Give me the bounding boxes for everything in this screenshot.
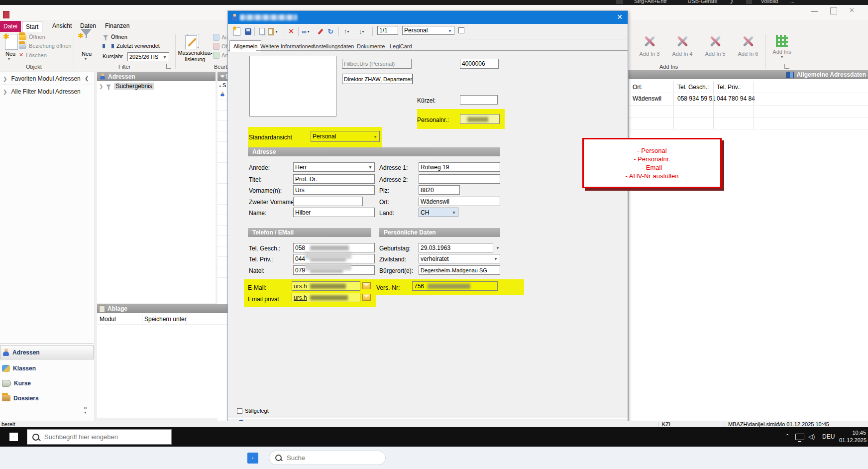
open-button[interactable]: Öffnen <box>19 34 45 40</box>
filter-open-button[interactable]: Öffnen <box>103 34 127 40</box>
sidebar-collapse-button[interactable]: ❮ <box>85 76 89 81</box>
volume-icon[interactable]: ◁) <box>808 433 815 440</box>
titel-label: Titel: <box>249 176 262 183</box>
new-object-button[interactable]: ✱ Neu ▾ <box>3 34 20 59</box>
delete-button[interactable]: ✕ Löschen <box>19 52 47 58</box>
start-button-win11[interactable] <box>247 453 258 464</box>
email-send-button[interactable] <box>362 282 371 289</box>
addin4-button[interactable]: Add In 4 <box>668 34 697 65</box>
new-record-button[interactable]: ✱ <box>232 26 242 36</box>
ablage-col-modul[interactable]: Modul <box>100 316 116 323</box>
sidebar-item-adressen[interactable]: Adressen <box>0 345 94 359</box>
search-input[interactable] <box>43 433 160 441</box>
tab-start[interactable]: Start <box>22 21 42 32</box>
dialog-titlebar[interactable]: ✕ <box>228 11 628 24</box>
stillgelegt-checkbox[interactable] <box>237 408 242 414</box>
note-line: - Email <box>584 163 720 172</box>
tray-chevron-icon[interactable]: ⌃ <box>785 433 789 439</box>
start-button-win10[interactable] <box>0 427 27 447</box>
kuerzel-label: Kürzel: <box>417 97 435 104</box>
taskbar-search-box[interactable] <box>27 429 172 445</box>
plz-field[interactable]: 8820 <box>419 185 460 195</box>
tel-gesch-field[interactable]: 058 <box>293 243 375 252</box>
email-field[interactable]: urs.h <box>292 281 360 291</box>
navigate-down-button[interactable]: ↓▾ <box>356 26 366 36</box>
addin4-icon <box>675 34 690 49</box>
addins-menu-button[interactable]: Add Ins ▾ <box>769 34 794 69</box>
paste-button[interactable]: ▾ <box>268 26 278 36</box>
email-privat-send-button[interactable] <box>362 294 371 301</box>
adresse2-field[interactable] <box>419 174 500 184</box>
zivilstand-select[interactable]: verheiratet <box>419 254 500 263</box>
search-pill[interactable] <box>269 451 386 465</box>
link-button[interactable]: ∞▾ <box>301 26 311 36</box>
tab-datei[interactable]: Datei <box>0 21 21 32</box>
titel-field[interactable]: Prof. Dr. <box>293 174 375 184</box>
ctrl-alt-del-button[interactable]: Strg+Alt+Entf <box>616 0 666 4</box>
tab-ansicht[interactable]: Ansicht <box>49 21 75 31</box>
kursjahr-select[interactable]: 2025/26 HS <box>127 52 169 61</box>
sidebar-item-all-filters[interactable]: ❯ Alle Filter Modul Adressen <box>3 88 81 95</box>
language-indicator[interactable]: DEU <box>822 433 835 440</box>
pin-button[interactable] <box>316 26 326 36</box>
addin6-button[interactable]: Add In 6 <box>734 34 762 65</box>
sidebar-item-kurse[interactable]: Kurse <box>0 376 94 390</box>
navigate-up-button[interactable]: ↑▾ <box>341 26 351 36</box>
val-tel-priv[interactable]: 044 780 94 84 <box>717 95 755 102</box>
toolbar-checkbox[interactable] <box>458 27 464 33</box>
ort-field[interactable]: Wädenswil <box>419 197 500 206</box>
sidebar-item-dossiers[interactable]: Dossiers <box>0 391 94 405</box>
anrede-select[interactable]: Herr <box>293 162 375 172</box>
new-filter-button[interactable]: ✱ Neu ▾ <box>79 34 99 59</box>
name-field[interactable]: Hilber <box>293 208 375 217</box>
email-privat-field[interactable]: urs.h <box>292 293 360 302</box>
filter-dialog-launcher[interactable] <box>166 64 171 69</box>
kuerzel-field[interactable] <box>460 95 498 105</box>
tab-finanzen[interactable]: Finanzen <box>102 21 133 31</box>
network-icon[interactable] <box>795 434 804 440</box>
standardansicht-select[interactable]: Personal <box>311 131 380 142</box>
stillgelegt-label: Stillgelegt <box>245 408 269 414</box>
versnr-field[interactable]: 756 <box>412 281 498 291</box>
fullscreen-button[interactable]: Vollbild <box>746 0 778 4</box>
addin5-button[interactable]: Add In 5 <box>701 34 730 65</box>
geburtstag-dropdown-button[interactable]: ▾ <box>495 243 501 252</box>
open-relation-button[interactable]: Beziehung öffnen <box>19 43 71 49</box>
mass-update-button[interactable]: Massenaktua- lisierung <box>180 33 210 68</box>
val-ort[interactable]: Wädenswil <box>633 95 661 102</box>
dialog-close-button[interactable]: ✕ <box>617 13 623 21</box>
window-maximize-button[interactable] <box>830 7 837 14</box>
recently-used-button[interactable]: Zuletzt verwendet <box>103 43 160 49</box>
save-button[interactable] <box>243 26 253 36</box>
tab-anstellungsdaten[interactable]: Anstellungsdaten <box>309 41 357 51</box>
sidebar-item-klassen[interactable]: Klassen <box>0 361 94 375</box>
zweiter-vorname-field[interactable] <box>293 197 363 206</box>
usb-devices-button[interactable]: USB-Geräte <box>678 0 717 4</box>
sidebar-more-button[interactable]: »▾ <box>84 406 87 415</box>
function-field[interactable]: Direktor ZHAW, Departements <box>342 74 413 84</box>
buergerort-field[interactable]: Degersheim-Madgenau SG <box>419 265 500 275</box>
addins-dialog-launcher[interactable] <box>784 64 789 69</box>
record-counter[interactable]: 1/1 <box>377 26 398 35</box>
geburtstag-field[interactable]: 29.03.1963 <box>419 243 493 252</box>
clock[interactable]: 10:4501.12.2025 <box>839 429 866 444</box>
window-close-button[interactable]: ✕ <box>849 6 855 14</box>
tree-item-suchergebnis[interactable]: ❯ Suchergebnis <box>99 83 154 90</box>
sidebar-item-favorites[interactable]: ❯ Favoriten Modul Adressen <box>3 75 81 82</box>
tab-dokumente[interactable]: Dokumente <box>353 41 388 51</box>
personalnr-field[interactable] <box>460 114 500 124</box>
delete-record-button[interactable]: ✕ <box>286 26 296 36</box>
refresh-button[interactable]: ↻ <box>326 26 335 36</box>
copy-button[interactable] <box>257 26 267 36</box>
val-tel-gesch[interactable]: 058 934 59 51 <box>677 95 716 102</box>
tab-legicard[interactable]: LegiCard <box>386 41 416 51</box>
more-options-button[interactable]: ... <box>790 0 794 4</box>
view-select[interactable]: Personal <box>402 26 454 35</box>
addin3-button[interactable]: Add In 3 <box>635 34 664 65</box>
vorname-field[interactable]: Urs <box>293 185 375 195</box>
land-select[interactable]: CH <box>419 208 458 217</box>
ablage-col-speichern[interactable]: Speichern unter <box>144 316 187 323</box>
window-minimize-button[interactable] <box>811 11 818 12</box>
search-input-win11[interactable] <box>286 454 362 462</box>
adresse1-field[interactable]: Rotweg 19 <box>419 162 500 172</box>
